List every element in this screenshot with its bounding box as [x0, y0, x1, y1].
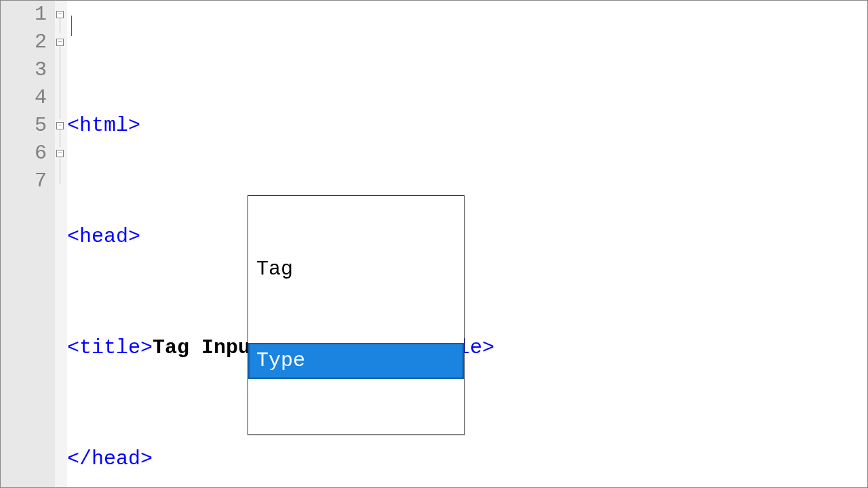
- line-number: 4: [1, 84, 47, 112]
- autocomplete-popup[interactable]: Tag Type: [248, 195, 465, 435]
- fold-guide: [60, 18, 60, 33]
- fold-guide: [60, 129, 60, 147]
- line-number: 6: [1, 140, 47, 167]
- line-number: 3: [1, 56, 47, 84]
- line-number: 7: [1, 167, 47, 195]
- fold-toggle[interactable]: −: [56, 39, 64, 46]
- text-caret: [71, 16, 72, 36]
- code-area[interactable]: <html> <head> <title>Tag Input Type Rese…: [67, 1, 867, 487]
- line-number: 2: [1, 28, 47, 56]
- code-tag: </head>: [67, 447, 153, 470]
- fold-toggle[interactable]: −: [56, 11, 64, 18]
- code-tag: <html>: [67, 114, 140, 137]
- autocomplete-item[interactable]: Tag: [248, 251, 464, 287]
- code-tag: <title>: [67, 336, 153, 359]
- fold-toggle[interactable]: −: [56, 122, 64, 129]
- code-editor: 1 2 3 4 5 6 7 − − − − <html> <head> <tit…: [1, 1, 867, 487]
- code-tag: <head>: [67, 225, 140, 248]
- fold-guide: [60, 46, 60, 119]
- line-number: 5: [1, 112, 47, 140]
- line-number: 1: [1, 1, 47, 28]
- line-number-gutter: 1 2 3 4 5 6 7: [1, 1, 55, 487]
- fold-toggle[interactable]: −: [56, 150, 64, 157]
- fold-column: − − − −: [55, 1, 67, 487]
- fold-guide: [60, 157, 60, 184]
- autocomplete-item-selected[interactable]: Type: [248, 343, 464, 379]
